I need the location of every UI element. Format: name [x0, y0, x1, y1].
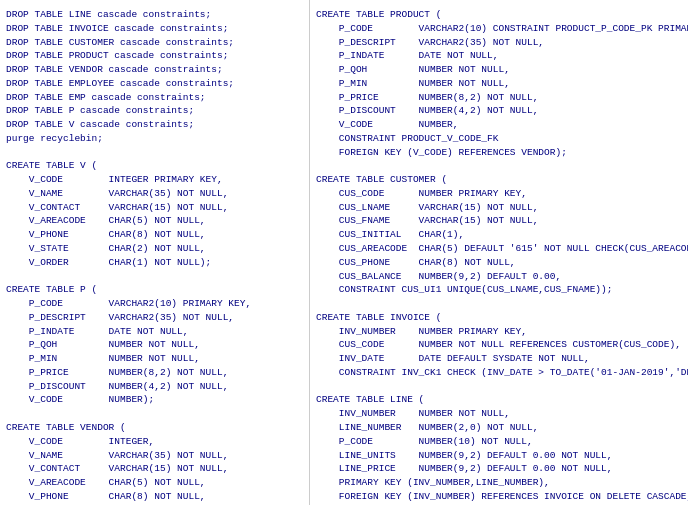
main-container: DROP TABLE LINE cascade constraints; DRO…	[0, 0, 688, 505]
left-code: DROP TABLE LINE cascade constraints; DRO…	[6, 8, 303, 505]
left-panel: DROP TABLE LINE cascade constraints; DRO…	[0, 0, 310, 505]
right-panel: CREATE TABLE PRODUCT ( P_CODE VARCHAR2(1…	[310, 0, 688, 505]
right-code: CREATE TABLE PRODUCT ( P_CODE VARCHAR2(1…	[316, 8, 682, 505]
